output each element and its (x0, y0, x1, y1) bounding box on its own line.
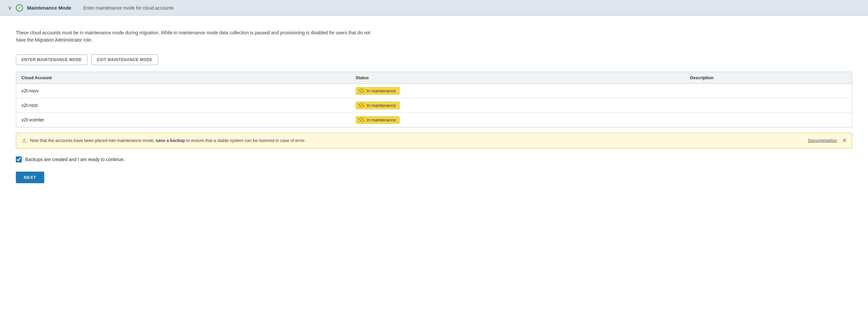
warning-text: Now that the accounts have been placed i… (30, 137, 305, 144)
documentation-link[interactable]: Documentation (808, 138, 837, 143)
status-cell: In maintenance (350, 113, 685, 127)
status-text: In maintenance (367, 88, 396, 93)
column-header-status: Status (350, 72, 685, 84)
warning-icon: ⚠ (22, 137, 27, 144)
status-text: In maintenance (367, 103, 396, 108)
table-row: v2t-nsxtIn maintenance (16, 98, 852, 113)
exit-maintenance-button[interactable]: EXIT MAINTENANCE MODE (91, 55, 158, 65)
warning-text-bold: save a backup (156, 138, 185, 143)
status-text: In maintenance (367, 118, 396, 122)
warning-banner: ⚠ Now that the accounts have been placed… (16, 133, 852, 149)
maintenance-badge: In maintenance (356, 102, 400, 109)
status-cell: In maintenance (350, 84, 685, 98)
table-row: v2t-vcenterIn maintenance (16, 113, 852, 127)
backup-checkbox-row: Backups are created and I am ready to co… (16, 156, 852, 162)
check-icon: ✓ (16, 4, 23, 11)
description-cell (685, 113, 852, 127)
cloud-accounts-table: Cloud Account Status Description v2t-nsx… (16, 72, 852, 127)
description-cell (685, 98, 852, 113)
header: ∨ ✓ Maintenance Mode Enter maintenance m… (0, 0, 868, 16)
header-title: Maintenance Mode (27, 5, 71, 10)
table-row: v2t-nsxvIn maintenance (16, 84, 852, 98)
enter-maintenance-button[interactable]: ENTER MAINTENANCE MODE (16, 55, 88, 65)
status-cell: In maintenance (350, 98, 685, 113)
main-content: These cloud accounts must be in maintena… (0, 16, 868, 335)
description-cell (685, 84, 852, 98)
column-header-account: Cloud Account (16, 72, 350, 84)
description-text: These cloud accounts must be in maintena… (16, 29, 379, 44)
maintenance-badge: In maintenance (356, 116, 400, 124)
maintenance-badge: In maintenance (356, 87, 400, 95)
warning-close-button[interactable]: ✕ (842, 138, 846, 143)
badge-stripes-icon (358, 103, 365, 108)
account-cell: v2t-nsxv (16, 84, 350, 98)
warning-right: Documentation ✕ (808, 138, 846, 143)
header-subtitle: Enter maintenance mode for cloud account… (83, 5, 174, 10)
next-button[interactable]: NEXT (16, 172, 44, 183)
account-cell: v2t-nsxt (16, 98, 350, 113)
column-header-description: Description (685, 72, 852, 84)
badge-stripes-icon (358, 118, 365, 122)
warning-text-after: to ensure that a stable system can be re… (185, 138, 305, 143)
account-cell: v2t-vcenter (16, 113, 350, 127)
chevron-icon[interactable]: ∨ (8, 5, 12, 11)
backup-checkbox[interactable] (16, 156, 22, 162)
badge-stripes-icon (358, 88, 365, 93)
button-row: ENTER MAINTENANCE MODE EXIT MAINTENANCE … (16, 55, 852, 65)
warning-content: ⚠ Now that the accounts have been placed… (22, 137, 804, 144)
backup-checkbox-label: Backups are created and I am ready to co… (25, 157, 125, 162)
warning-text-before: Now that the accounts have been placed i… (30, 138, 156, 143)
table-header-row: Cloud Account Status Description (16, 72, 852, 84)
